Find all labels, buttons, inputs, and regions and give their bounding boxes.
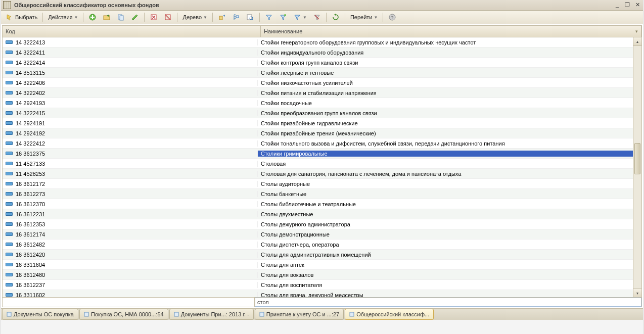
- taskbar-item[interactable]: Документы При...: 2013 г. -: [169, 309, 254, 320]
- row-icon: [6, 121, 13, 125]
- cell-code: 14 3222414: [3, 60, 258, 66]
- table-row[interactable]: 14 2924193Стойки посадочные: [3, 98, 641, 108]
- table-row[interactable]: 14 2924191Стойки призабойные гидравличес…: [3, 118, 641, 128]
- table-row[interactable]: 16 3612420Столы для административных пом…: [3, 250, 641, 260]
- row-icon: [6, 40, 13, 44]
- filter-button[interactable]: [262, 12, 275, 23]
- pencil-icon: [131, 13, 139, 21]
- document-icon: [84, 312, 89, 317]
- cell-code: 14 3222406: [3, 80, 258, 86]
- statusbar: [1, 320, 643, 334]
- cell-code: 14 2924193: [3, 100, 258, 106]
- chevron-down-icon: ▼: [74, 15, 78, 20]
- scroll-up-button[interactable]: ▴: [633, 37, 641, 46]
- table-row[interactable]: 16 3612370Столы библиотечные и театральн…: [3, 199, 641, 209]
- mark-delete-icon: [164, 13, 172, 21]
- table-row[interactable]: 14 3222412Стойки тонального вызова и диф…: [3, 138, 641, 149]
- cell-code: 14 3222415: [3, 110, 258, 116]
- svg-text:?: ?: [391, 15, 394, 20]
- tree-button[interactable]: Дерево ▼: [180, 12, 210, 23]
- table-row[interactable]: 14 3222414Стойки контроля групп каналов …: [3, 58, 641, 68]
- table-row[interactable]: 16 3612172Столы аудиторные: [3, 179, 641, 189]
- table-row[interactable]: 16 3612231Столы двухместные: [3, 209, 641, 219]
- cell-code: 11 4527133: [3, 161, 258, 167]
- row-icon: [6, 253, 13, 256]
- chevron-down-icon: ▼: [203, 15, 207, 20]
- code-value: 16 3612172: [16, 181, 45, 187]
- grid-search-row: [3, 297, 641, 307]
- table-row[interactable]: 16 3612237Столы для воспитателя: [3, 280, 641, 290]
- table-row[interactable]: 16 3612480Столы для вокзалов: [3, 270, 641, 280]
- taskbar-item[interactable]: Покупка ОС, НМА 0000...:54: [79, 309, 168, 320]
- close-button[interactable]: ✕: [634, 2, 641, 8]
- code-value: 16 3311602: [16, 292, 45, 298]
- svg-rect-16: [260, 312, 264, 316]
- column-header-code[interactable]: Код: [3, 26, 261, 37]
- filter-icon: [265, 13, 273, 21]
- move-button[interactable]: [215, 12, 228, 23]
- taskbar-item[interactable]: Общероссийский классиф...: [345, 309, 434, 320]
- delete-button[interactable]: [147, 12, 160, 23]
- table-row[interactable]: 11 4527133Столовая: [3, 159, 641, 169]
- grid-body[interactable]: 14 3222413Стойки генераторного оборудова…: [3, 37, 641, 297]
- mark-delete-button[interactable]: [161, 12, 174, 23]
- code-value: 16 3612231: [16, 211, 45, 217]
- move-icon: [218, 13, 226, 21]
- row-icon: [6, 182, 13, 185]
- table-row[interactable]: 14 3222413Стойки генераторного оборудова…: [3, 37, 641, 47]
- row-icon: [6, 91, 13, 94]
- vertical-scrollbar[interactable]: ▴ ▾: [633, 37, 641, 297]
- scroll-track[interactable]: [633, 46, 641, 289]
- table-row[interactable]: 14 3222415Стойки преобразования групп ка…: [3, 108, 641, 118]
- table-row[interactable]: 16 3612353Столы дежурного администратора: [3, 219, 641, 229]
- table-row[interactable]: 14 3222411Стойки индивидуального оборудо…: [3, 47, 641, 58]
- table-row[interactable]: 16 3311604Столы для аптек: [3, 260, 641, 270]
- copy-button[interactable]: [114, 12, 127, 23]
- edit-button[interactable]: [128, 12, 142, 23]
- table-row[interactable]: 16 3612375Столики гримировальные: [3, 149, 641, 159]
- table-row[interactable]: 14 2924192Стойки призабойные трения (мех…: [3, 128, 641, 138]
- table-row[interactable]: 16 3612482Столы диспетчера, оператора: [3, 240, 641, 250]
- table-row[interactable]: 14 3513115Стойки леерные и тентовые: [3, 68, 641, 78]
- svg-rect-15: [174, 312, 178, 316]
- add-button[interactable]: [86, 12, 99, 23]
- taskbar-item[interactable]: Принятие к учету ОС и ...:27: [255, 309, 344, 320]
- table-row[interactable]: 14 3222402Стойки питания и стабилизации …: [3, 88, 641, 98]
- row-icon: [6, 212, 13, 216]
- scroll-thumb[interactable]: [634, 143, 640, 174]
- table-row[interactable]: 14 3222406Стойки низкочастотных усилител…: [3, 78, 641, 88]
- goto-button[interactable]: Перейти ▼: [348, 12, 381, 23]
- cell-code: 16 3612273: [3, 191, 258, 197]
- cell-code: 11 4528253: [3, 171, 258, 177]
- hierarchy-button[interactable]: [229, 12, 243, 23]
- find-icon: [246, 13, 254, 21]
- actions-button[interactable]: Действия ▼: [45, 12, 80, 23]
- code-value: 14 3222414: [16, 60, 45, 66]
- filter-value-button[interactable]: [277, 12, 290, 23]
- table-row[interactable]: 11 4528253Столовая для санатория, пансио…: [3, 169, 641, 179]
- help-button[interactable]: ?: [386, 12, 399, 23]
- minimize-button[interactable]: _: [614, 2, 621, 8]
- cell-name: Стойки генераторного оборудования группо…: [258, 39, 641, 45]
- svg-rect-3: [120, 16, 123, 20]
- cell-code: 16 3612172: [3, 181, 258, 187]
- find-button[interactable]: [244, 12, 257, 23]
- filter-history-button[interactable]: ▼: [291, 12, 309, 23]
- restore-button[interactable]: ❐: [624, 2, 631, 8]
- search-input[interactable]: [255, 298, 641, 307]
- refresh-button[interactable]: [329, 12, 342, 23]
- filter-off-button[interactable]: [310, 12, 324, 23]
- taskbar-item[interactable]: Документы ОС покупка: [2, 309, 78, 320]
- add-folder-button[interactable]: [100, 12, 113, 23]
- table-row[interactable]: 16 3612174Столы демонстрационные: [3, 229, 641, 240]
- cell-name: Столики гримировальные: [258, 151, 641, 157]
- table-row[interactable]: 16 3612273Столы банкетные: [3, 189, 641, 199]
- column-header-name[interactable]: Наименование ▾: [261, 26, 641, 37]
- select-button[interactable]: Выбрать: [3, 12, 40, 23]
- code-value: 16 3311604: [16, 262, 45, 268]
- cell-name: Стойки контроля групп каналов связи: [258, 60, 641, 66]
- scroll-down-button[interactable]: ▾: [633, 289, 641, 297]
- code-value: 14 3222411: [16, 50, 45, 56]
- table-row[interactable]: 16 3311602Столы для врача, дежурной медс…: [3, 290, 641, 297]
- row-icon: [6, 293, 13, 297]
